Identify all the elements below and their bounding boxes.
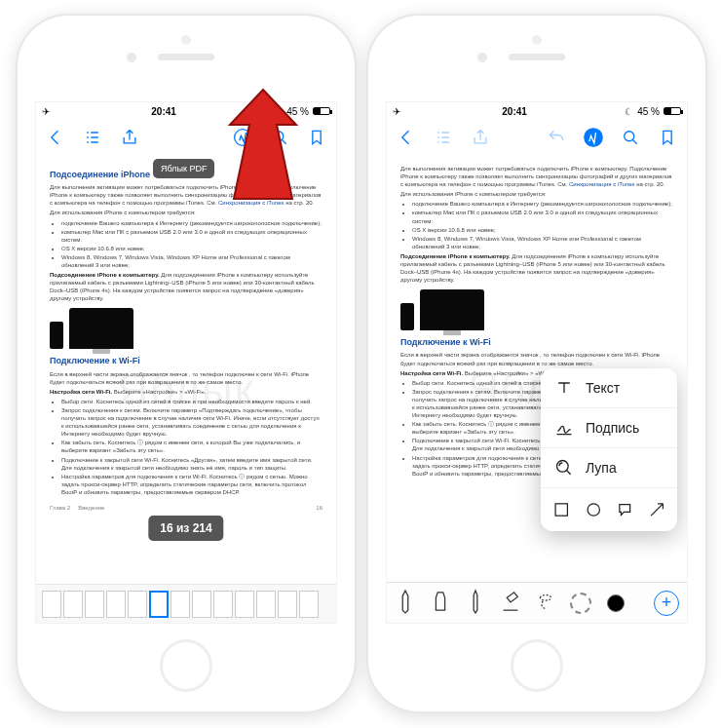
battery-icon (664, 107, 681, 115)
status-bar: ✈︎ 20:41 ☾ 45 % (36, 102, 336, 120)
status-time: 20:41 (54, 106, 274, 117)
thumbnail-current[interactable] (149, 591, 169, 618)
moon-icon: ☾ (625, 106, 633, 117)
popup-label: Текст (586, 379, 620, 398)
moon-icon: ☾ (274, 106, 283, 117)
add-button[interactable]: + (654, 591, 679, 616)
toc-button[interactable] (83, 128, 102, 147)
pdf-page[interactable]: Яблык PDF Яблык Подсоединение iPhone Для… (36, 155, 336, 584)
text-icon (554, 378, 574, 398)
search-button[interactable] (621, 128, 640, 147)
battery-icon (313, 107, 330, 115)
tool-lasso[interactable] (535, 589, 556, 618)
airplane-mode-icon: ✈︎ (42, 106, 50, 117)
signature-icon (554, 418, 574, 438)
pdf-page[interactable]: Яблык Для выполнения активации может пот… (387, 155, 687, 582)
sync-link[interactable]: Синхронизация с iTunes (569, 181, 635, 187)
tool-highlighter[interactable] (430, 589, 451, 618)
color-picker-empty[interactable] (570, 593, 591, 614)
svg-rect-6 (555, 504, 567, 516)
screen-right: ✈︎ 20:41 ☾ 45 % (386, 101, 688, 624)
app-toolbar (387, 120, 687, 155)
page-indicator: 16 из 214 (148, 516, 223, 541)
home-button[interactable] (511, 639, 563, 692)
sync-link[interactable]: Синхронизация с iTunes (218, 200, 285, 206)
section-heading: Подключение к Wi-Fi (400, 336, 673, 348)
svg-point-3 (585, 129, 602, 146)
wifi-list: Выбор сети. Коснитесь одной из сетей в с… (50, 398, 323, 496)
status-time: 20:41 (404, 106, 625, 117)
shape-circle[interactable] (585, 500, 603, 519)
tool-pen[interactable] (395, 589, 416, 618)
add-shapes-popup: Текст Подпись Лупа (541, 368, 677, 531)
svg-point-2 (274, 132, 284, 141)
section-heading: Подключение к Wi-Fi (50, 355, 323, 366)
popup-item-text[interactable]: Текст (541, 368, 677, 408)
shape-rectangle[interactable] (552, 500, 571, 519)
svg-point-1 (235, 130, 251, 146)
popup-item-signature[interactable]: Подпись (541, 408, 677, 448)
search-button[interactable] (270, 128, 289, 147)
illustration-devices (400, 289, 673, 330)
bookmark-button[interactable] (658, 128, 677, 147)
airplane-mode-icon: ✈︎ (393, 106, 400, 117)
markup-button-active[interactable] (584, 128, 603, 147)
tool-pencil[interactable] (465, 589, 486, 618)
popup-item-loupe[interactable]: Лупа (541, 448, 677, 488)
popup-label: Подпись (586, 419, 639, 438)
share-button[interactable] (471, 128, 490, 147)
back-button[interactable] (397, 128, 416, 147)
markup-button[interactable] (233, 128, 252, 147)
svg-point-5 (557, 461, 569, 473)
undo-button[interactable] (547, 128, 566, 147)
home-button[interactable] (160, 639, 212, 692)
loupe-icon (554, 458, 574, 478)
svg-point-7 (588, 504, 599, 516)
app-toolbar (36, 120, 336, 155)
status-bar: ✈︎ 20:41 ☾ 45 % (387, 102, 687, 120)
device-frame-left: ✈︎ 20:41 ☾ 45 % (18, 16, 355, 711)
bookmark-button[interactable] (307, 128, 326, 147)
requirements-list: подключение Вашего компьютера к Интернет… (50, 219, 323, 270)
tool-eraser[interactable] (500, 589, 521, 618)
color-picker-black[interactable] (605, 593, 626, 614)
toc-button[interactable] (434, 128, 453, 147)
device-frame-right: ✈︎ 20:41 ☾ 45 % (368, 16, 705, 711)
back-button[interactable] (46, 128, 65, 147)
popup-label: Лупа (586, 459, 617, 478)
shape-arrow[interactable] (648, 500, 666, 519)
document-title-tooltip: Яблык PDF (153, 159, 214, 178)
battery-percent: 45 % (637, 106, 660, 117)
illustration-devices (50, 308, 323, 349)
screen-left: ✈︎ 20:41 ☾ 45 % (35, 101, 337, 624)
shape-speech-bubble[interactable] (616, 500, 634, 519)
svg-point-4 (625, 132, 634, 141)
battery-percent: 45 % (286, 106, 309, 117)
share-button[interactable] (120, 128, 139, 147)
markup-toolbar: + (387, 582, 687, 623)
page-thumbnails[interactable] (36, 584, 336, 623)
